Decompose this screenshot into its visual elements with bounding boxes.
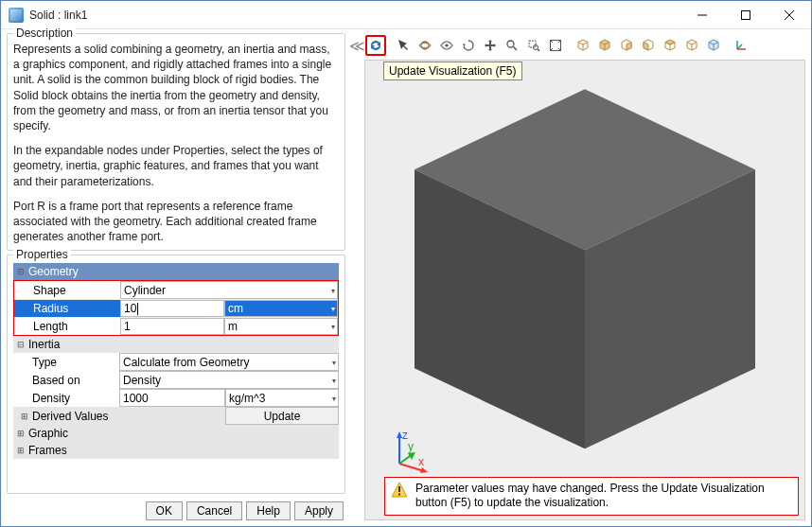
description-text: Represents a solid combining a geometry,… bbox=[13, 42, 339, 244]
properties-body: Geometry Shape Cylinder▾ Radius 10 cm▾ L… bbox=[13, 263, 339, 459]
basedon-row: Based on Density▾ bbox=[13, 371, 339, 389]
app-icon bbox=[9, 8, 24, 23]
graphic-header[interactable]: Graphic bbox=[13, 425, 339, 442]
frames-header[interactable]: Frames bbox=[13, 442, 339, 459]
svg-rect-27 bbox=[398, 493, 400, 495]
type-row: Type Calculate from Geometry▾ bbox=[13, 353, 339, 371]
shape-dropdown[interactable]: Cylinder▾ bbox=[120, 281, 338, 299]
dialog-buttons: OK Cancel Help Apply bbox=[7, 501, 345, 520]
density-label: Density bbox=[13, 389, 119, 407]
update-visualization-button[interactable] bbox=[365, 35, 386, 56]
help-button[interactable]: Help bbox=[246, 501, 291, 520]
chevron-down-icon: ▾ bbox=[332, 394, 336, 402]
density-unit: kg/m^3 bbox=[229, 392, 265, 405]
type-label: Type bbox=[13, 353, 119, 371]
cancel-button[interactable]: Cancel bbox=[186, 501, 242, 520]
svg-rect-9 bbox=[529, 41, 536, 47]
svg-rect-26 bbox=[398, 486, 400, 492]
type-dropdown[interactable]: Calculate from Geometry▾ bbox=[119, 353, 339, 371]
ok-button[interactable]: OK bbox=[146, 501, 183, 520]
type-value: Calculate from Geometry bbox=[123, 356, 249, 369]
axis-triad: z x y bbox=[392, 431, 430, 476]
caret-icon bbox=[137, 303, 138, 315]
description-group: Description Represents a solid combining… bbox=[7, 33, 345, 251]
axes-toggle-button[interactable] bbox=[731, 35, 751, 56]
view-tool-button[interactable] bbox=[436, 35, 457, 56]
view-cube-4-button[interactable] bbox=[638, 35, 659, 56]
axis-y-label: y bbox=[408, 440, 414, 453]
maximize-button[interactable] bbox=[724, 1, 768, 29]
warning-banner: Parameter values may have changed. Press… bbox=[384, 477, 799, 516]
svg-line-8 bbox=[514, 47, 518, 51]
left-pane: Description Represents a solid combining… bbox=[1, 29, 349, 526]
chevron-down-icon: ▾ bbox=[331, 286, 335, 294]
update-button[interactable]: Update bbox=[225, 407, 339, 425]
svg-line-11 bbox=[538, 49, 539, 51]
rotate-tool-button[interactable] bbox=[458, 35, 479, 56]
density-unit-dropdown[interactable]: kg/m^3▾ bbox=[225, 389, 339, 407]
viewport-toolbar bbox=[364, 33, 805, 58]
derived-row: Derived Values Update bbox=[13, 407, 339, 425]
select-tool-button[interactable] bbox=[393, 35, 414, 56]
radius-unit: cm bbox=[228, 302, 243, 315]
svg-line-15 bbox=[737, 44, 742, 49]
chevron-down-icon: ▾ bbox=[332, 376, 336, 384]
inertia-header[interactable]: Inertia bbox=[13, 336, 339, 353]
properties-group: Properties Geometry Shape Cylinder▾ Radi… bbox=[7, 255, 345, 494]
geometry-header[interactable]: Geometry bbox=[13, 263, 339, 280]
right-pane: Update Visualization (F5) z x y bbox=[364, 29, 811, 526]
titlebar: Solid : link1 bbox=[1, 1, 811, 29]
length-unit-dropdown[interactable]: m▾ bbox=[224, 318, 338, 335]
shape-value: Cylinder bbox=[124, 284, 166, 297]
description-p2: In the expandable nodes under Properties… bbox=[13, 143, 339, 189]
close-button[interactable] bbox=[768, 1, 811, 29]
chevron-down-icon: ▾ bbox=[331, 305, 335, 313]
density-input[interactable]: 1000 bbox=[119, 389, 225, 407]
zoom-region-button[interactable] bbox=[523, 35, 544, 56]
properties-legend: Properties bbox=[13, 248, 71, 261]
length-label: Length bbox=[14, 318, 120, 335]
density-value: 1000 bbox=[123, 392, 149, 405]
description-legend: Description bbox=[13, 26, 76, 40]
radius-input[interactable]: 10 bbox=[120, 300, 224, 317]
view-cube-6-button[interactable] bbox=[681, 35, 702, 56]
collapse-splitter[interactable]: ≪ bbox=[349, 29, 364, 526]
basedon-label: Based on bbox=[13, 371, 119, 389]
length-input[interactable]: 1 bbox=[120, 318, 224, 335]
view-cube-5-button[interactable] bbox=[660, 35, 680, 56]
inertia-block: Type Calculate from Geometry▾ Based on D… bbox=[13, 353, 339, 425]
description-p3: Port R is a frame port that represents a… bbox=[13, 199, 339, 245]
fit-view-button[interactable] bbox=[545, 35, 566, 56]
view-cube-7-button[interactable] bbox=[703, 35, 724, 56]
tooltip: Update Visualization (F5) bbox=[383, 61, 522, 80]
view-cube-1-button[interactable] bbox=[573, 35, 593, 56]
chevron-down-icon: ▾ bbox=[332, 358, 336, 366]
minimize-button[interactable] bbox=[680, 1, 724, 29]
radius-unit-dropdown[interactable]: cm▾ bbox=[224, 300, 338, 317]
chevron-down-icon: ▾ bbox=[331, 323, 335, 331]
basedon-dropdown[interactable]: Density▾ bbox=[119, 371, 339, 389]
radius-value: 10 bbox=[124, 302, 136, 315]
shape-label: Shape bbox=[14, 281, 120, 299]
description-p1: Represents a solid combining a geometry,… bbox=[13, 42, 339, 133]
apply-button[interactable]: Apply bbox=[294, 501, 344, 520]
zoom-tool-button[interactable] bbox=[502, 35, 522, 56]
derived-label[interactable]: Derived Values bbox=[13, 407, 225, 425]
basedon-value: Density bbox=[123, 374, 161, 387]
warning-text: Parameter values may have changed. Press… bbox=[415, 482, 792, 511]
radius-label: Radius bbox=[14, 300, 120, 317]
length-value: 1 bbox=[124, 320, 131, 333]
density-row: Density 1000 kg/m^3▾ bbox=[13, 389, 339, 407]
client-area: Description Represents a solid combining… bbox=[1, 29, 811, 526]
view-cube-2-button[interactable] bbox=[594, 35, 615, 56]
svg-point-6 bbox=[445, 44, 448, 46]
length-unit: m bbox=[228, 320, 238, 333]
viewport-3d[interactable]: z x y Parameter values may have changed.… bbox=[364, 60, 805, 520]
pan-tool-button[interactable] bbox=[480, 35, 501, 56]
solid-preview bbox=[396, 70, 774, 470]
geometry-block: Shape Cylinder▾ Radius 10 cm▾ Length 1 m… bbox=[13, 280, 339, 336]
view-cube-3-button[interactable] bbox=[616, 35, 637, 56]
warning-icon bbox=[391, 482, 408, 499]
orbit-tool-button[interactable] bbox=[415, 35, 435, 56]
shape-row: Shape Cylinder▾ bbox=[14, 281, 338, 299]
